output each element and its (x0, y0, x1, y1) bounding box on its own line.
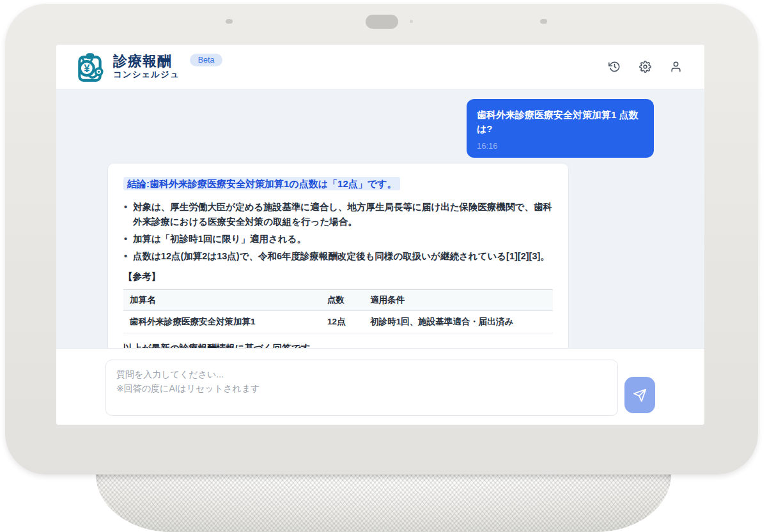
message-timestamp: 16:16 (477, 141, 644, 151)
table-header-name: 加算名 (123, 289, 321, 310)
history-icon (608, 61, 621, 73)
bullet-item: 点数は12点(加算2は13点)で、令和6年度診療報酬改定後も同様の取扱いが継続さ… (123, 249, 553, 264)
app-title: 診療報酬 (113, 54, 180, 69)
table-cell-condition: 初診時1回、施設基準適合・届出済み (364, 310, 553, 333)
reference-table: 加算名 点数 適用条件 歯科外来診療医療安全対策加算1 12点 初診時1回、施設… (123, 289, 553, 333)
user-message-bubble: 歯科外来診療医療安全対策加算1 点数は? 16:16 (467, 99, 654, 158)
yen-symbol: ¥ (84, 63, 90, 75)
settings-button[interactable] (634, 56, 656, 78)
account-button[interactable] (665, 56, 686, 78)
stethoscope-clipboard-icon: ¥ (74, 51, 106, 83)
send-button[interactable] (624, 377, 655, 413)
chat-area: 歯科外来診療医療安全対策加算1 点数は? 16:16 結論:歯科外来診療医療安全… (56, 89, 704, 348)
table-header-points: 点数 (321, 289, 364, 310)
reference-label: 【参考】 (123, 271, 553, 283)
composer (56, 348, 704, 425)
answer-bullets: 対象は、厚生労働大臣が定める施設基準に適合し、地方厚生局長等に届け出た保険医療機… (123, 200, 553, 264)
assistant-card: 結論:歯科外来診療医療安全対策加算1の点数は「12点」です。 対象は、厚生労働大… (107, 163, 569, 348)
user-icon (670, 61, 682, 73)
ambient-sensor-dot (540, 19, 547, 24)
user-message-text: 歯科外来診療医療安全対策加算1 点数は? (477, 108, 644, 136)
paper-plane-icon (633, 388, 647, 402)
device-frame: ¥ 診療報酬 コンシェルジュ Beta (5, 4, 758, 475)
bullet-item: 対象は、厚生労働大臣が定める施設基準に適合し、地方厚生局長等に届け出た保険医療機… (123, 200, 553, 229)
answer-headline: 結論:歯科外来診療医療安全対策加算1の点数は「12点」です。 (123, 177, 400, 190)
ambient-sensor-dot (226, 19, 233, 24)
beta-badge: Beta (190, 54, 223, 66)
speaker-fabric-base (96, 467, 671, 532)
table-cell-points: 12点 (321, 310, 364, 333)
bullet-item: 加算は「初診時1回に限り」適用される。 (123, 232, 553, 247)
screen: ¥ 診療報酬 コンシェルジュ Beta (56, 45, 704, 425)
app-subtitle: コンシェルジュ (113, 70, 180, 80)
smart-display-device: ¥ 診療報酬 コンシェルジュ Beta (0, 0, 767, 532)
app-header: ¥ 診療報酬 コンシェルジュ Beta (56, 45, 704, 89)
gear-icon (639, 61, 651, 73)
table-header-condition: 適用条件 (364, 289, 553, 310)
message-input[interactable] (105, 360, 618, 416)
closing-note: 以上が最新の診療報酬情報に基づく回答です。 (123, 342, 553, 348)
table-cell-name: 歯科外来診療医療安全対策加算1 (123, 310, 321, 333)
mic-hole (410, 20, 413, 23)
history-button[interactable] (603, 56, 625, 78)
logo: 診療報酬 コンシェルジュ (113, 54, 180, 79)
camera (366, 15, 398, 29)
table-row: 歯科外来診療医療安全対策加算1 12点 初診時1回、施設基準適合・届出済み (123, 310, 553, 333)
